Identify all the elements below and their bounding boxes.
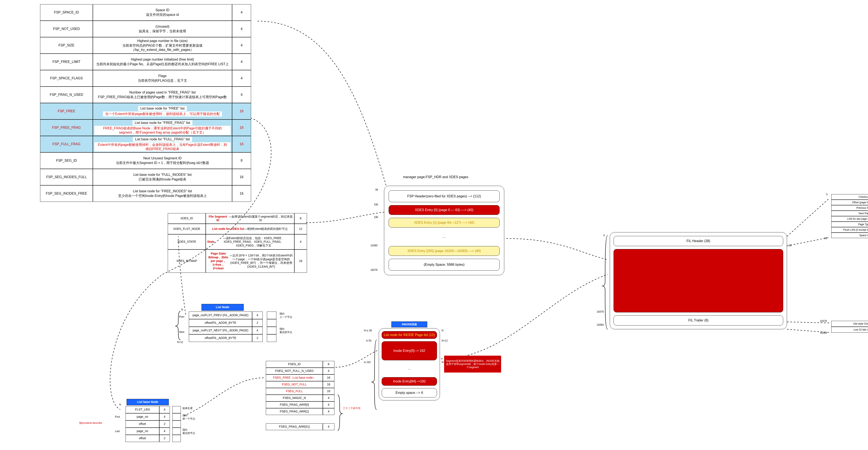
innodb-note: Segment是表空间管理的逻辑单位，INODE页就是用于管理segment的，…	[444, 356, 501, 372]
fsp-row-name: FSP_SPACE_ID	[40, 4, 93, 21]
fseg-row-size: 16	[323, 381, 334, 388]
lbn-row-name: offset	[126, 435, 159, 442]
fsp-row-size: 16	[232, 169, 251, 185]
fseg-row-size: 8	[323, 361, 334, 368]
xdes-row-size: 12	[294, 224, 307, 234]
list-base-header: List base Node	[127, 399, 169, 405]
ln-row-size: 4	[252, 311, 263, 319]
fil-header-row: Checksum(4)	[831, 194, 868, 200]
lbn-row-name: page_no	[126, 413, 159, 420]
fsp-row-size: 4	[232, 54, 251, 70]
xdes-row-desc: Page State Bitmap，2bits per page，1=free，…	[206, 249, 294, 273]
list-node-header: List Node	[202, 304, 244, 311]
fseg-row-name: FSEG_MAGIC_N	[266, 395, 323, 401]
xdes-row-name: XDES_ID	[168, 213, 206, 224]
lbn-row-size: 2	[159, 435, 170, 442]
fil-header-row: Page Type (2)	[831, 221, 868, 227]
innodb-item: Inode Entry[0]--> 192	[382, 341, 437, 360]
fsp-row-size: 8	[232, 152, 251, 169]
manager-item: XDES Entry [0] (page 0 — 63) —> (40)	[389, 205, 500, 215]
fil-header-row: Next Page(4)	[831, 211, 868, 216]
page-panel-item: FIL Header (38)	[614, 236, 783, 246]
fseg-row-size: 4	[323, 423, 334, 430]
fseg-row-name: FSEG_NOT_FULL	[266, 381, 323, 388]
fil-header-row: Previous Page(4)	[831, 205, 868, 211]
fsp-row-desc: List base node for "FREE_FRAG" listFREE_…	[93, 119, 232, 136]
ln-row-name: offset/FIL_ADDR_BYTE	[189, 334, 252, 342]
fsp-row-name: FSP_SEG_INODES_FULL	[40, 169, 93, 185]
fsp-row-desc: Space ID该文件对应的space id	[93, 4, 232, 21]
brace-box	[267, 319, 276, 327]
brace-box	[267, 327, 276, 334]
manager-item: (Empty Space: 5986 bytes)	[389, 259, 500, 271]
lbn-row-size: 2	[159, 420, 170, 428]
innodb-item: List node for INODE Page list (12)	[382, 331, 437, 339]
innodb-header: INNODB页面	[392, 322, 427, 327]
bx	[173, 428, 181, 435]
xdes-row-size: 4	[294, 234, 307, 249]
fsp-row-desc: Highest page number in file (size)当前表空间总…	[93, 37, 232, 54]
fsp-row-desc: Highest page number initialized (free li…	[93, 54, 232, 70]
fil-header-row: Offset (page Number) (4)	[831, 200, 868, 205]
xdes-row-name: XDES_BITMAP	[168, 249, 206, 273]
fsp-row-size: 4	[232, 4, 251, 21]
lbn-row-name: offset	[126, 420, 159, 428]
lbn-row-name: page_no	[126, 428, 159, 435]
lbn-row-name: FLST_LEN	[126, 406, 159, 413]
xdes-row-size: 16	[294, 249, 307, 273]
fseg-row-size: 4	[323, 395, 334, 401]
fseg-row-name: FSEG_FULL	[266, 388, 323, 395]
xdes-row-name: XDES_STATE	[168, 234, 206, 249]
innodb-item: Empty space --> 6	[382, 388, 437, 397]
fsp-row-name: FSP_SEG_ID	[40, 152, 93, 169]
fseg-row-name: FSEG_FRAG_ARR[31]	[266, 423, 323, 430]
innodb-item: Inode Entry[84]-->192	[382, 377, 437, 386]
ln-row-size: 2	[252, 319, 263, 327]
fseg-row-name: FSEG_FREE（List base node）	[266, 374, 323, 381]
fil-header-row: LSN for last page modification (8)	[831, 216, 868, 221]
xdes-row-size: 8	[294, 213, 307, 224]
fsp-row-name: FSP_SIZE	[40, 37, 93, 54]
manager-item: XDES Entry [1] (page 64—127) —> (40)	[389, 218, 500, 228]
fsp-row-name: FSP_FREE_FRAG	[40, 119, 93, 136]
fseg-row-name: FSEG_FRAG_ARR[1]	[266, 408, 323, 415]
fsp-row-name: FSP_FRAG_N_USED	[40, 87, 93, 103]
fsp-row-name: FSP_NOT_USED	[40, 21, 93, 37]
fil-trailer-row: Low 32 bits of LSN (4)	[831, 327, 868, 333]
lbn-row-size: 4	[159, 413, 170, 420]
fsp-row-name: FSP_SEG_INODES_FREE	[40, 185, 93, 202]
fseg-row-size: 4	[323, 401, 334, 408]
fsp-row-name: FSP_FULL_FRAG	[40, 136, 93, 152]
brace-box	[267, 311, 276, 319]
fseg-row-name: FSEG_NOT_FULL_N_USED	[266, 368, 323, 374]
lbn-row-size: 4	[159, 406, 170, 413]
fsp-row-desc: List base node for "FULL_FRAG" listExten…	[93, 136, 232, 152]
page-panel-item: FIL Trailer (8)	[614, 316, 783, 326]
xdes-row-desc: File Segment ID—如果该Extent归属某个segment的话，则…	[206, 213, 294, 224]
fsp-row-name: FSP_SPACE_FLAGS	[40, 70, 93, 87]
ln-row-size: 2	[252, 334, 263, 342]
fsp-row-size: 4	[232, 70, 251, 87]
bx	[173, 420, 181, 428]
fsp-row-desc: Flags当前表空间的FLAG信息，见下文	[93, 70, 232, 87]
lbn-row-size: 4	[159, 428, 170, 435]
page-panel-item	[614, 249, 783, 312]
bx	[173, 413, 181, 420]
diagram-canvas: FSP_SPACE_IDSpace ID该文件对应的space id4FSP_N…	[0, 0, 868, 450]
fil-header-row: Flush LSN (0 except space 0 page 0) (8)	[831, 227, 868, 233]
fseg-row-name: FSEG_FRAG_ARR[0]	[266, 401, 323, 408]
fsp-row-desc: List base node for "FREE_INODES" list至少存…	[93, 185, 232, 202]
ln-row-name: page_no/FLST_NEXT (FIL_ADDR_PAGE)	[189, 327, 252, 334]
fsp-row-size: 16	[232, 136, 251, 152]
bx	[173, 435, 181, 442]
fsp-row-desc: (Unused)如其名，保留字节，当前未使用	[93, 21, 232, 37]
fsp-row-size: 4	[232, 87, 251, 103]
manager-item: XDES Entry [255] (page 16320—16383) —> (…	[389, 246, 500, 256]
manager-item: FSP Header(zero-filed for XDES pages) --…	[389, 190, 500, 202]
fil-header-row: Space ID(4)	[831, 233, 868, 238]
fsp-row-desc: List base node for "FULL_INODES" list已被完…	[93, 169, 232, 185]
ln-row-name: offset/FIL_ADDR_BYTE	[189, 319, 252, 327]
fsp-row-size: 16	[232, 103, 251, 119]
fseg-row-size: 16	[323, 388, 334, 395]
fsp-row-desc: Next Unused Segment ID当前文件中最大Segment ID …	[93, 152, 232, 169]
